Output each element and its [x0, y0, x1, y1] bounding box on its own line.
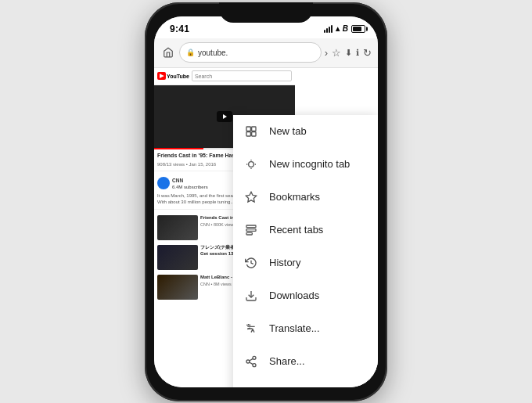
- yt-logo: ▶ YouTube: [157, 72, 189, 80]
- channel-name: CNN: [172, 177, 208, 184]
- status-time: 9:41: [170, 23, 189, 34]
- yt-header: ▶ YouTube: [154, 68, 295, 85]
- bookmark-icon: [244, 190, 258, 204]
- related-thumb-inner-3: [157, 275, 198, 300]
- svg-line-12: [250, 362, 253, 365]
- battery-icon: [351, 25, 365, 33]
- lock-icon: 🔒: [186, 49, 195, 56]
- svg-rect-1: [252, 127, 256, 131]
- bookmark-button[interactable]: ☆: [332, 47, 341, 59]
- bookmarks-label: Bookmarks: [269, 191, 367, 203]
- history-label: History: [269, 257, 367, 268]
- svg-rect-5: [246, 225, 256, 228]
- svg-rect-3: [246, 131, 250, 135]
- menu-item-find[interactable]: Find in page: [233, 378, 378, 387]
- channel-avatar: [157, 177, 170, 189]
- menu-item-recent-tabs[interactable]: Recent tabs: [233, 214, 378, 246]
- recent-tabs-label: Recent tabs: [269, 224, 367, 236]
- svg-rect-6: [246, 228, 256, 231]
- phone-frame: 9:41 ▴ B 🔒 youtube: [145, 2, 387, 401]
- translate-label: Translate...: [269, 322, 367, 334]
- info-button[interactable]: ℹ: [356, 48, 359, 58]
- yt-logo-text: YouTube: [167, 74, 189, 79]
- status-icons: ▴ B: [324, 24, 365, 33]
- downloads-icon: [244, 289, 258, 303]
- svg-point-10: [246, 360, 250, 363]
- url-bar: 🔒 youtube. › ☆ ⬇ ℹ ↻: [154, 38, 378, 68]
- phone-screen: 9:41 ▴ B 🔒 youtube: [154, 16, 378, 387]
- url-text: youtube.: [198, 49, 228, 57]
- new-tab-label: New tab: [269, 125, 367, 137]
- related-thumbnail-3: [157, 275, 198, 300]
- svg-rect-0: [246, 127, 250, 131]
- related-thumb-inner: [157, 215, 198, 240]
- menu-item-new-tab[interactable]: New tab: [233, 115, 378, 148]
- incognito-icon: [244, 157, 258, 171]
- signal-icon: [324, 25, 332, 33]
- downloads-label: Downloads: [269, 290, 367, 301]
- related-thumb-inner-2: [157, 245, 198, 270]
- history-icon: [244, 256, 258, 270]
- yt-logo-box: ▶: [157, 72, 166, 80]
- menu-item-incognito[interactable]: New incognito tab: [233, 148, 378, 181]
- subscriber-count: 6.4M subscribers: [172, 184, 208, 190]
- svg-point-9: [253, 356, 256, 359]
- refresh-button[interactable]: ↻: [363, 47, 372, 59]
- back-button[interactable]: ›: [325, 47, 328, 59]
- related-thumbnail-2: [157, 245, 198, 270]
- new-tab-icon: [244, 124, 258, 139]
- svg-marker-4: [246, 192, 256, 202]
- share-label: Share...: [269, 355, 367, 367]
- menu-item-share[interactable]: Share...: [233, 345, 378, 378]
- battery-fill: [353, 27, 361, 31]
- svg-point-11: [253, 363, 256, 366]
- download-button[interactable]: ⬇: [345, 48, 352, 58]
- url-field[interactable]: 🔒 youtube.: [179, 42, 322, 63]
- page-content: ▶ YouTube Friends Cast in '95: Fame Hasn…: [154, 68, 378, 387]
- video-progress-fill: [154, 148, 203, 149]
- translate-icon: [244, 322, 258, 336]
- svg-rect-2: [252, 131, 256, 135]
- channel-text: CNN 6.4M subscribers: [172, 177, 208, 190]
- play-overlay[interactable]: [217, 111, 232, 122]
- menu-item-downloads[interactable]: Downloads: [233, 279, 378, 312]
- wifi-icon: ▴: [336, 24, 340, 33]
- menu-item-history[interactable]: History: [233, 246, 378, 279]
- phone-notch: [219, 2, 313, 23]
- svg-line-13: [250, 358, 253, 361]
- menu-item-bookmarks[interactable]: Bookmarks: [233, 181, 378, 214]
- dropdown-menu: New tab New incognito tab: [233, 115, 378, 387]
- share-icon: [244, 354, 258, 369]
- home-button[interactable]: [160, 45, 176, 60]
- recent-tabs-icon: [244, 223, 258, 237]
- url-actions: › ☆ ⬇ ℹ ↻: [325, 47, 372, 59]
- incognito-label: New incognito tab: [269, 158, 367, 170]
- related-thumbnail: [157, 215, 198, 240]
- bluetooth-icon: B: [343, 24, 348, 33]
- yt-search-input[interactable]: [192, 70, 292, 81]
- svg-rect-7: [246, 232, 252, 235]
- menu-item-translate[interactable]: Translate...: [233, 312, 378, 345]
